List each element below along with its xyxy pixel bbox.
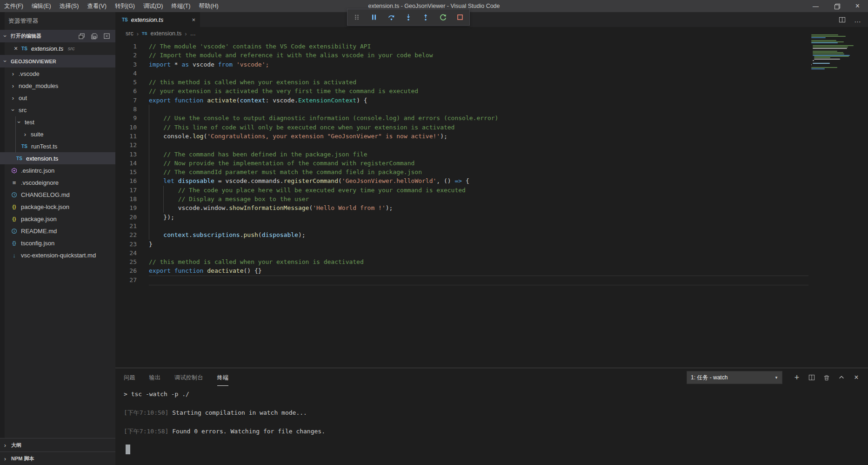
tree-item-package-lock-json[interactable]: {}package-lock.json — [0, 201, 115, 213]
tree-item-src[interactable]: ›src — [0, 104, 115, 116]
menu-item-3[interactable]: 查看(V) — [83, 0, 111, 12]
close-icon[interactable]: × — [14, 45, 20, 52]
code-line-20[interactable]: 20 }); — [115, 213, 810, 222]
code-line-17[interactable]: 17 // The code you place here will be ex… — [115, 186, 810, 195]
code-line-4[interactable]: 4 — [115, 69, 810, 78]
add-terminal-icon[interactable]: + — [790, 371, 804, 384]
save-all-icon[interactable] — [90, 32, 98, 40]
menu-item-0[interactable]: 文件(F) — [0, 0, 27, 12]
code-line-21[interactable]: 21 — [115, 222, 810, 230]
gripper-icon[interactable] — [349, 11, 365, 24]
tree-item-changelog-md[interactable]: CHANGELOG.md — [0, 189, 115, 201]
restore-icon[interactable] — [826, 0, 847, 12]
open-editors-actions — [77, 32, 111, 40]
breadcrumb-folder[interactable]: src — [126, 30, 134, 37]
menu-item-5[interactable]: 调试(D) — [139, 0, 167, 12]
code-line-10[interactable]: 10 // This line of code will only be exe… — [115, 123, 810, 132]
code-line-19[interactable]: 19 vscode.window.showInformationMessage(… — [115, 203, 810, 212]
code-line-7[interactable]: 7export function activate(context: vscod… — [115, 96, 810, 105]
code-line-13[interactable]: 13 // The command has been defined in th… — [115, 150, 810, 159]
menu-item-2[interactable]: 选择(S) — [55, 0, 83, 12]
code-line-24[interactable]: 24 — [115, 249, 810, 257]
code-line-27[interactable]: 27 — [115, 276, 810, 284]
tree-item-node-modules[interactable]: ›node_modules — [0, 80, 115, 92]
close-panel-icon[interactable]: × — [849, 371, 863, 384]
sidebar-section-outline[interactable]: ›大纲 — [0, 438, 115, 452]
code-line-9[interactable]: 9 // Use the console to output diagnosti… — [115, 114, 810, 122]
code-line-15[interactable]: 15 // The commandId parameter must match… — [115, 168, 810, 176]
panel-tab-0[interactable]: 问题 — [124, 374, 135, 386]
code-line-1[interactable]: 1// The module 'vscode' contains the VS … — [115, 42, 810, 51]
code-line-6[interactable]: 6// your extension is activated the very… — [115, 87, 810, 95]
code-editor[interactable]: 1// The module 'vscode' contains the VS … — [115, 42, 810, 284]
tab-extension-ts[interactable]: TS extension.ts × — [115, 12, 200, 27]
code-line-18[interactable]: 18 // Display a message box to the user — [115, 195, 810, 203]
minimap[interactable] — [810, 34, 862, 74]
pause-icon[interactable] — [367, 11, 382, 24]
tree-item-out[interactable]: ›out — [0, 92, 115, 104]
code-line-3[interactable]: 3import * as vscode from 'vscode'; — [115, 60, 810, 69]
tree-item-vsc-extension-quickstart-md[interactable]: ↓vsc-extension-quickstart.md — [0, 249, 115, 261]
code-line-8[interactable]: 8 — [115, 105, 810, 114]
tree-item--eslintrc-json[interactable]: .eslintrc.json — [0, 164, 115, 176]
close-icon[interactable]: × — [847, 0, 868, 12]
tree-item-suite[interactable]: ›suite — [0, 128, 115, 140]
breadcrumb-more[interactable]: … — [190, 30, 196, 37]
tree-item-readme-md[interactable]: README.md — [0, 225, 115, 237]
code-line-2[interactable]: 2// Import the module and reference it w… — [115, 51, 810, 60]
close-all-icon[interactable] — [102, 32, 111, 40]
close-icon[interactable]: × — [192, 16, 195, 23]
code-line-12[interactable]: 12 — [115, 141, 810, 149]
project-section-header[interactable]: › GEOJSONVIEWER — [0, 55, 115, 67]
menu-item-6[interactable]: 终端(T) — [167, 0, 194, 12]
split-editor-icon[interactable] — [839, 16, 846, 23]
breadcrumb-file[interactable]: extension.ts — [151, 30, 182, 37]
panel-tab-1[interactable]: 输出 — [149, 374, 161, 386]
split-terminal-icon[interactable] — [805, 371, 819, 384]
minimize-icon[interactable]: — — [805, 0, 826, 12]
sidebar-section-npm-scripts[interactable]: ›NPM 脚本 — [0, 452, 115, 465]
code-line-22[interactable]: 22 context.subscriptions.push(disposable… — [115, 230, 810, 239]
terminal-output[interactable]: > tsc -watch -p ./[下午7:10:50] Starting c… — [124, 390, 859, 465]
open-editor-item[interactable]: × TS extension.ts src — [0, 42, 115, 54]
kill-terminal-icon[interactable] — [820, 371, 834, 384]
tree-item--vscodeignore[interactable]: ≡.vscodeignore — [0, 176, 115, 189]
breadcrumb[interactable]: src › TS extension.ts › … — [126, 28, 196, 39]
minimap-line — [813, 45, 853, 46]
panel-tab-3[interactable]: 终端 — [217, 374, 229, 386]
restart-icon[interactable] — [435, 11, 451, 24]
terminal-select[interactable]: 1: 任务 - watch ▼ — [687, 371, 782, 384]
menu-item-4[interactable]: 转到(G) — [111, 0, 139, 12]
file-name: tsconfig.json — [21, 240, 54, 247]
toggle-layout-icon[interactable] — [77, 32, 86, 40]
code-line-26[interactable]: 26export function deactivate() {} — [115, 266, 810, 275]
tree-item-package-json[interactable]: {}package.json — [0, 213, 115, 225]
tree-item-test[interactable]: ›test — [0, 116, 115, 128]
step-into-icon[interactable] — [401, 11, 416, 24]
line-text: // this method is called when your exten… — [137, 257, 364, 266]
tree-item-tsconfig-json[interactable]: {}tsconfig.json — [0, 237, 115, 249]
open-editors-section-header[interactable]: › 打开的编辑器 — [0, 30, 115, 42]
tree-item-extension-ts[interactable]: TSextension.ts — [0, 152, 115, 164]
code-line-25[interactable]: 25// this method is called when your ext… — [115, 257, 810, 266]
tree-item-runtest-ts[interactable]: TSrunTest.ts — [0, 140, 115, 152]
code-line-5[interactable]: 5// this method is called when your exte… — [115, 78, 810, 87]
step-out-icon[interactable] — [418, 11, 434, 24]
step-over-icon[interactable] — [384, 11, 399, 24]
stop-icon[interactable] — [453, 11, 468, 24]
panel-tab-2[interactable]: 调试控制台 — [174, 374, 203, 386]
terminal-select-value: 1: 任务 - watch — [691, 374, 728, 382]
code-line-11[interactable]: 11 console.log('Congratulations, your ex… — [115, 132, 810, 141]
tree-item--vscode[interactable]: ›.vscode — [0, 67, 115, 80]
line-number: 10 — [115, 123, 137, 132]
code-line-16[interactable]: 16 let disposable = vscode.commands.regi… — [115, 176, 810, 185]
minimap-line — [813, 47, 848, 47]
maximize-panel-icon[interactable] — [835, 371, 848, 384]
code-line-23[interactable]: 23} — [115, 240, 810, 249]
line-number: 26 — [115, 266, 137, 275]
code-line-14[interactable]: 14 // Now provide the implementation of … — [115, 159, 810, 168]
menu-item-7[interactable]: 帮助(H) — [194, 0, 222, 12]
minimap-line — [813, 54, 844, 54]
menu-item-1[interactable]: 编辑(E) — [27, 0, 55, 12]
more-actions-icon[interactable]: … — [854, 16, 861, 24]
